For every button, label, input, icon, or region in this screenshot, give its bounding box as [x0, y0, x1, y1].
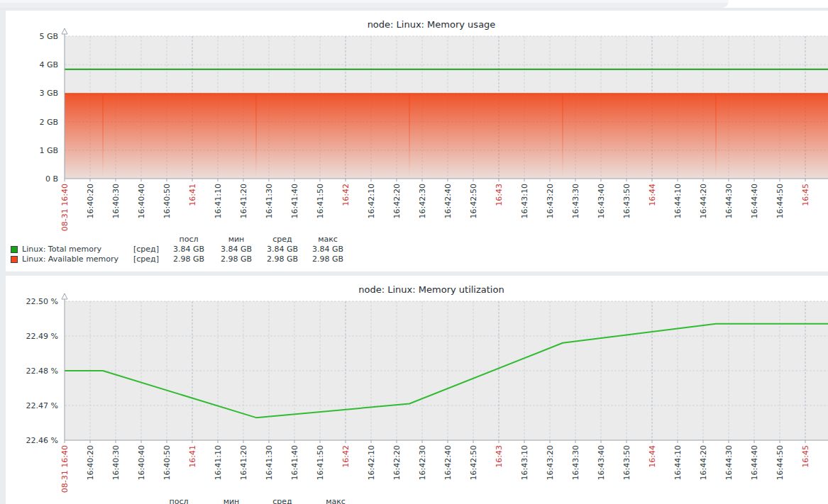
y-tick-label: 5 GB	[39, 32, 58, 41]
area-seam	[409, 94, 410, 179]
x-tick-label: 16:44	[648, 445, 657, 468]
legend-stat-header: сред	[254, 497, 311, 504]
y-tick-label: 22.47 %	[26, 401, 58, 410]
x-tick-label: 16:44:10	[673, 184, 683, 218]
legend-series-function: [сред]	[133, 245, 159, 254]
x-tick-label: 16:42:40	[443, 184, 453, 218]
x-tick-label: 16:44:20	[699, 184, 708, 218]
area-series	[65, 94, 828, 179]
x-tick-label: 16:42:50	[469, 184, 478, 218]
x-tick-label: 16:41:20	[239, 445, 248, 480]
x-tick-label: 16:43:10	[520, 445, 529, 480]
legend-stat-header: посл	[150, 497, 207, 504]
legend-series-function: [сред]	[133, 254, 159, 264]
x-tick-label: 16:45	[801, 445, 810, 468]
x-tick-label: 16:41:50	[316, 184, 325, 218]
legend-stat-value: 3.84 GB	[299, 245, 356, 254]
y-axis-arrow-icon	[62, 28, 67, 34]
x-tick-label: 16:43:30	[571, 445, 580, 480]
x-tick-label: 16:44:30	[724, 445, 734, 480]
x-tick-label: 16:44:10	[673, 445, 683, 480]
y-tick-label: 22.50 %	[26, 297, 58, 306]
x-tick-label: 16:44:40	[750, 445, 759, 480]
x-tick-label: 16:42:30	[418, 184, 427, 218]
x-tick-label: 16:40:40	[137, 184, 146, 218]
graph-panel-memory-usage: node: Linux: Memory usage 5 GB4 GB3 GB2 …	[6, 11, 828, 271]
y-axis-arrow-icon	[62, 293, 67, 299]
x-tick-label: 16:42	[341, 445, 350, 468]
x-tick-label: 16:44:40	[750, 184, 759, 218]
x-tick-label: 16:43:30	[571, 184, 580, 218]
x-tick-label: 16:40:50	[162, 184, 172, 218]
x-tick-label: 16:43:20	[546, 184, 555, 218]
x-tick-label: 16:45	[801, 184, 810, 206]
x-tick-label: 08-31 16:40	[60, 445, 70, 493]
x-tick-label: 16:43:10	[520, 184, 529, 218]
page-left-gutter	[0, 11, 6, 504]
browser-tab-strip	[0, 0, 828, 11]
x-tick-label: 16:40:20	[86, 184, 95, 218]
x-tick-label: 16:44:20	[699, 445, 708, 480]
x-tick-label: 08-31 16:40	[60, 184, 70, 231]
x-tick-label: 16:41:50	[316, 445, 325, 480]
y-tick-label: 22.49 %	[26, 332, 58, 341]
x-tick-label: 16:41:10	[214, 184, 223, 218]
x-tick-label: 16:42:10	[367, 184, 376, 218]
x-tick-label: 16:41:30	[265, 445, 274, 480]
area-seam	[716, 94, 717, 179]
memory-utilization-graph[interactable]: 22.50 %22.49 %22.48 %22.47 %22.46 %08-31…	[6, 276, 828, 504]
x-tick-label: 16:40:40	[137, 445, 146, 480]
y-tick-label: 2 GB	[39, 118, 58, 127]
y-tick-label: 1 GB	[39, 146, 58, 155]
x-tick-label: 16:41:40	[290, 184, 299, 218]
x-tick-label: 16:43:50	[622, 445, 631, 480]
x-tick-label: 16:44:50	[775, 445, 785, 480]
x-tick-label: 16:43	[495, 184, 504, 206]
y-tick-label: 22.46 %	[26, 436, 58, 445]
x-tick-label: 16:41:20	[239, 184, 248, 218]
x-tick-label: 16:42:50	[469, 445, 478, 480]
x-tick-label: 16:40:30	[111, 184, 121, 218]
legend-stat-header: мин	[203, 497, 260, 504]
legend-stat-header: макс	[299, 235, 356, 245]
memory-usage-graph[interactable]: 5 GB4 GB3 GB2 GB1 GB0 B08-31 16:4016:40:…	[6, 11, 828, 271]
legend-color-swatch	[11, 246, 18, 253]
area-seam	[563, 94, 563, 179]
x-tick-label: 16:41:30	[265, 184, 274, 218]
x-tick-label: 16:43:40	[597, 445, 606, 480]
y-tick-label: 4 GB	[39, 60, 58, 69]
x-tick-label: 16:43:20	[546, 445, 555, 480]
x-tick-label: 16:40:50	[162, 445, 172, 480]
browser-tab[interactable]	[0, 0, 729, 8]
graph-panel-memory-utilization: node: Linux: Memory utilization 22.50 %2…	[6, 276, 828, 504]
x-tick-label: 16:41:10	[214, 445, 223, 480]
x-tick-label: 16:43:40	[597, 184, 606, 218]
legend-series-name: Linux: Total memory	[22, 245, 101, 254]
zabbix-graphs-page: { "colors": { "plot_bg": "#ebebeb", "gri…	[0, 0, 828, 504]
area-seam	[103, 94, 104, 179]
x-tick-label: 16:40:30	[111, 445, 121, 480]
x-tick-label: 16:42:40	[443, 445, 453, 480]
legend-stat-header: макс	[307, 497, 364, 504]
x-tick-label: 16:44:50	[775, 184, 785, 218]
area-seam	[256, 94, 257, 179]
legend-stat-value: 2.98 GB	[299, 254, 356, 264]
legend-color-swatch	[11, 256, 18, 263]
legend-series-name: Linux: Available memory	[22, 254, 118, 264]
x-tick-label: 16:42:20	[392, 445, 402, 480]
x-tick-label: 16:41	[188, 184, 197, 206]
x-tick-label: 16:42:30	[418, 445, 427, 480]
x-tick-label: 16:41	[188, 445, 197, 468]
x-tick-label: 16:44	[648, 184, 657, 206]
x-tick-label: 16:43:50	[622, 184, 631, 218]
x-tick-label: 16:44:30	[724, 184, 734, 218]
y-tick-label: 22.48 %	[26, 366, 58, 376]
x-tick-label: 16:41:40	[290, 445, 299, 480]
x-tick-label: 16:42:10	[367, 445, 376, 480]
y-tick-label: 0 B	[45, 174, 58, 184]
y-tick-label: 3 GB	[39, 89, 58, 98]
x-tick-label: 16:40:20	[86, 445, 95, 480]
x-tick-label: 16:42:20	[392, 184, 402, 218]
x-tick-label: 16:43	[495, 445, 504, 468]
x-tick-label: 16:42	[341, 184, 350, 206]
